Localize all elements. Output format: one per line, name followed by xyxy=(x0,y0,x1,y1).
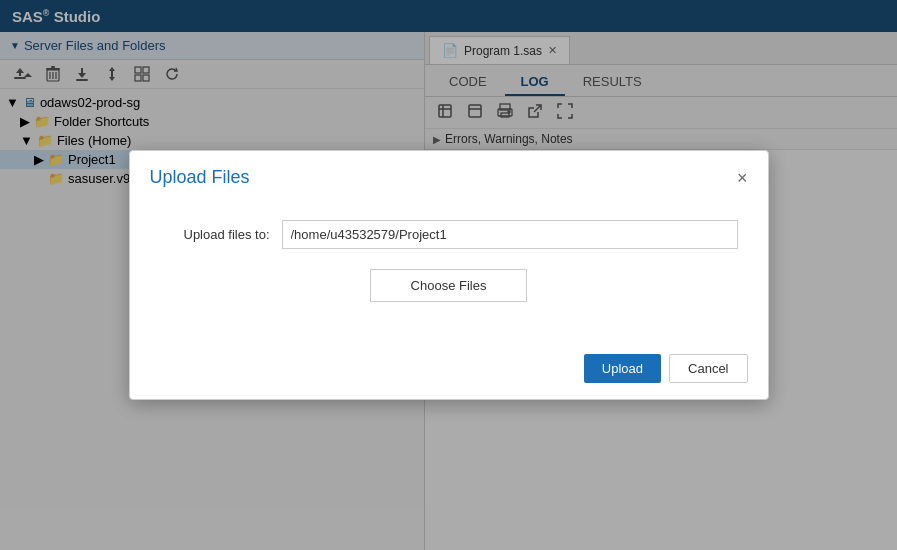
upload-dialog: Upload Files × Upload files to: Choose F… xyxy=(129,150,769,400)
upload-path-row: Upload files to: xyxy=(160,220,738,249)
upload-path-input[interactable] xyxy=(282,220,738,249)
dialog-body: Upload files to: Choose Files xyxy=(130,200,768,342)
upload-path-label: Upload files to: xyxy=(160,227,270,242)
dialog-title: Upload Files xyxy=(150,167,250,188)
dialog-footer: Upload Cancel xyxy=(130,342,768,399)
dialog-header: Upload Files × xyxy=(130,151,768,200)
choose-files-btn[interactable]: Choose Files xyxy=(370,269,528,302)
modal-overlay: Upload Files × Upload files to: Choose F… xyxy=(0,0,897,550)
cancel-btn[interactable]: Cancel xyxy=(669,354,747,383)
dialog-close-btn[interactable]: × xyxy=(737,169,748,187)
upload-btn[interactable]: Upload xyxy=(584,354,661,383)
